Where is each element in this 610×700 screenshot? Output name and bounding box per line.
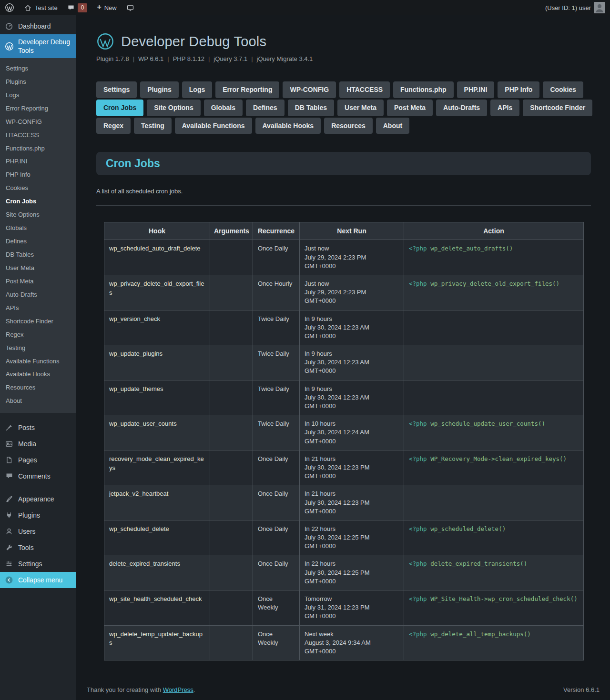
- sidebar-item-tools[interactable]: Tools: [0, 540, 76, 556]
- sidebar-item-settings[interactable]: Settings: [0, 556, 76, 572]
- sidebar-subitem-db-tables[interactable]: DB Tables: [0, 249, 76, 262]
- sidebar-subitem-auto-drafts[interactable]: Auto-Drafts: [0, 288, 76, 301]
- cell-arguments: [210, 625, 253, 660]
- tab-available-hooks[interactable]: Available Hooks: [255, 118, 321, 134]
- sidebar-subitem-site-options[interactable]: Site Options: [0, 209, 76, 222]
- new-button[interactable]: + New: [92, 0, 121, 15]
- site-name-label: Test site: [35, 4, 58, 11]
- php-code: WP_Site_Health->wp_cron_scheduled_check(…: [430, 595, 578, 602]
- collapse-menu-button[interactable]: Collapse menu: [0, 572, 76, 588]
- tab-php-info[interactable]: PHP Info: [498, 81, 539, 98]
- sidebar-item-media[interactable]: Media: [0, 436, 76, 452]
- tab-settings[interactable]: Settings: [96, 81, 137, 98]
- sidebar-item-dashboard[interactable]: Dashboard: [0, 18, 76, 34]
- cell-action: <?php wp_delete_auto_drafts(): [404, 240, 584, 275]
- sidebar-subitem-defines[interactable]: Defines: [0, 235, 76, 249]
- cell-next-run: In 10 hoursJuly 30, 2024 12:24 AM GMT+00…: [300, 415, 404, 450]
- php-open-tag: <?php: [409, 455, 430, 462]
- tab-post-meta[interactable]: Post Meta: [387, 100, 433, 116]
- next-run-relative: In 9 hours: [305, 385, 399, 393]
- sidebar-subitem-shortcode-finder[interactable]: Shortcode Finder: [0, 315, 76, 328]
- sidebar-subitem-php-ini[interactable]: PHP.INI: [0, 155, 76, 169]
- posts-icon: [4, 423, 14, 432]
- tab-defines[interactable]: Defines: [246, 100, 285, 116]
- tab-htaccess[interactable]: HTACCESS: [339, 81, 390, 98]
- content-area: Developer Debug Tools Plugin 1.7.8|WP 6.…: [76, 15, 610, 700]
- sidebar-subitem-htaccess[interactable]: HTACCESS: [0, 129, 76, 142]
- sidebar-subitem-settings[interactable]: Settings: [0, 62, 76, 75]
- tab-functions-php[interactable]: Functions.php: [393, 81, 453, 98]
- sidebar-item-pages[interactable]: Pages: [0, 452, 76, 468]
- site-name-button[interactable]: Test site: [19, 0, 62, 15]
- cell-action: <?php wp_schedule_update_user_counts(): [404, 415, 584, 450]
- next-run-date: July 30, 2024 12:23 PM GMT+0000: [305, 463, 399, 480]
- avatar: [594, 2, 605, 13]
- screen-button[interactable]: [122, 0, 139, 15]
- wordpress-link[interactable]: WordPress: [163, 686, 193, 693]
- sidebar-subitem-about[interactable]: About: [0, 395, 76, 408]
- cron-row-wp-site-health-scheduled-check: wp_site_health_scheduled_checkOnce Weekl…: [104, 590, 584, 626]
- sidebar-item-users[interactable]: Users: [0, 523, 76, 540]
- sidebar-subitem-user-meta[interactable]: User Meta: [0, 261, 76, 275]
- sidebar-subitem-logs[interactable]: Logs: [0, 89, 76, 102]
- sidebar-subitem-globals[interactable]: Globals: [0, 222, 76, 235]
- sidebar-subitem-post-meta[interactable]: Post Meta: [0, 275, 76, 288]
- sidebar-subitem-resources[interactable]: Resources: [0, 381, 76, 395]
- column-header-arguments: Arguments: [210, 222, 253, 240]
- sidebar-item-comments[interactable]: Comments: [0, 468, 76, 484]
- cell-action: [404, 310, 584, 345]
- tab-available-functions[interactable]: Available Functions: [175, 118, 252, 134]
- cron-row-jetpack-v2-heartbeat: jetpack_v2_heartbeatOnce DailyIn 21 hour…: [104, 485, 584, 520]
- tab-testing[interactable]: Testing: [134, 118, 172, 134]
- tab-error-reporting[interactable]: Error Reporting: [215, 81, 279, 98]
- tab-apis[interactable]: APIs: [490, 100, 519, 116]
- tab-logs[interactable]: Logs: [182, 81, 212, 98]
- sidebar-item-plugins[interactable]: Plugins: [0, 507, 76, 523]
- tab-db-tables[interactable]: DB Tables: [288, 100, 334, 116]
- tab-plugins[interactable]: Plugins: [140, 81, 179, 98]
- tab-auto-drafts[interactable]: Auto-Drafts: [436, 100, 487, 116]
- tab-php-ini[interactable]: PHP.INI: [457, 81, 495, 98]
- sidebar-subitem-cookies[interactable]: Cookies: [0, 182, 76, 195]
- section-title: Cron Jobs: [106, 157, 581, 170]
- sidebar-subitem-regex[interactable]: Regex: [0, 328, 76, 341]
- tab-regex[interactable]: Regex: [96, 118, 131, 134]
- column-header-next-run: Next Run: [300, 222, 404, 240]
- pages-icon: [4, 455, 14, 465]
- tab-about[interactable]: About: [376, 118, 409, 134]
- sidebar-subitem-cron-jobs[interactable]: Cron Jobs: [0, 195, 76, 209]
- tab-resources[interactable]: Resources: [324, 118, 373, 134]
- php-open-tag: <?php: [409, 560, 430, 567]
- cell-hook: wp_update_plugins: [104, 345, 210, 380]
- tab-cookies[interactable]: Cookies: [543, 81, 583, 98]
- cell-arguments: [210, 555, 253, 590]
- sidebar-subitem-plugins[interactable]: Plugins: [0, 75, 76, 89]
- sidebar-subitem-functions-php[interactable]: Functions.php: [0, 142, 76, 155]
- sidebar-item-appearance[interactable]: Appearance: [0, 491, 76, 507]
- tab-wp-config[interactable]: WP-CONFIG: [283, 81, 336, 98]
- comments-button[interactable]: 0: [62, 0, 92, 15]
- cell-recurrence: Once Daily: [253, 240, 300, 275]
- tab-user-meta[interactable]: User Meta: [337, 100, 384, 116]
- account-button[interactable]: (User ID: 1) user: [540, 0, 610, 15]
- tab-site-options[interactable]: Site Options: [147, 100, 200, 116]
- cron-row-wp-version-check: wp_version_checkTwice DailyIn 9 hoursJul…: [104, 310, 584, 345]
- tab-globals[interactable]: Globals: [204, 100, 243, 116]
- sidebar-subitem-testing[interactable]: Testing: [0, 341, 76, 355]
- sidebar-subitem-available-hooks[interactable]: Available Hooks: [0, 368, 76, 381]
- cell-arguments: [210, 275, 253, 310]
- wp-logo-button[interactable]: [0, 0, 19, 15]
- sidebar-subitem-available-functions[interactable]: Available Functions: [0, 355, 76, 368]
- sidebar-subitem-apis[interactable]: APIs: [0, 301, 76, 315]
- sidebar-item-developer-debug-tools[interactable]: Developer Debug Tools: [0, 34, 76, 58]
- tab-shortcode-finder[interactable]: Shortcode Finder: [523, 100, 592, 116]
- sidebar-subitem-wp-config[interactable]: WP-CONFIG: [0, 115, 76, 129]
- sidebar-subitem-php-info[interactable]: PHP Info: [0, 169, 76, 182]
- sidebar-item-posts[interactable]: Posts: [0, 420, 76, 436]
- version-meta-item: Plugin 1.7.8: [96, 55, 129, 62]
- php-open-tag: <?php: [409, 525, 430, 532]
- next-run-date: July 30, 2024 12:23 AM GMT+0000: [305, 323, 399, 340]
- monitor-icon: [126, 4, 134, 12]
- tab-cron-jobs[interactable]: Cron Jobs: [96, 100, 143, 116]
- sidebar-subitem-error-reporting[interactable]: Error Reporting: [0, 102, 76, 115]
